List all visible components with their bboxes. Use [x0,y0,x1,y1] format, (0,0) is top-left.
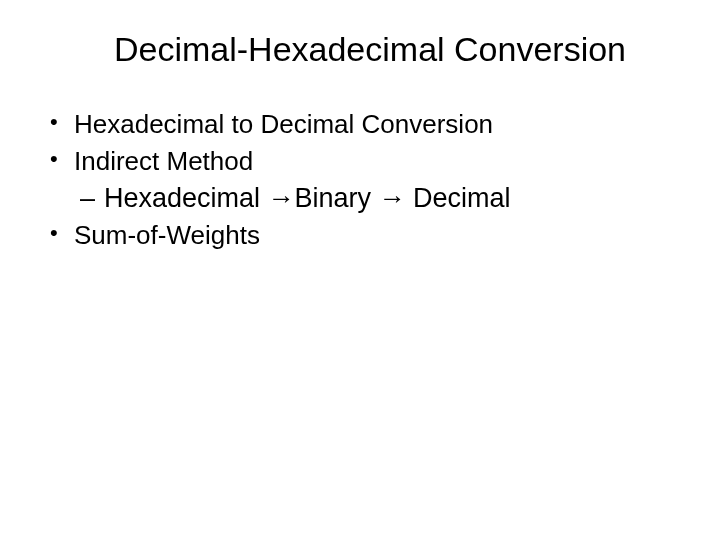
sub-bullet-item: Hexadecimal →Binary → Decimal [50,183,680,214]
bullet-item: Indirect Method [50,146,680,177]
slide-title: Decimal-Hexadecimal Conversion [60,30,680,69]
bullet-item: Hexadecimal to Decimal Conversion [50,109,680,140]
bullet-list: Hexadecimal to Decimal Conversion Indire… [40,109,680,251]
bullet-item: Sum-of-Weights [50,220,680,251]
